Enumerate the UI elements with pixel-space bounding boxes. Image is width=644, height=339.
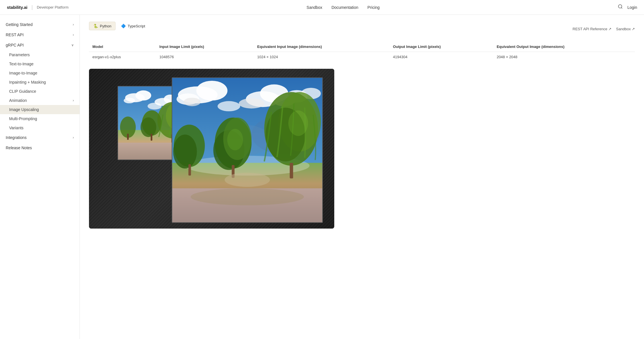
logo-divider: |	[31, 4, 33, 10]
header-nav: Sandbox Documentation Pricing	[307, 5, 380, 10]
sidebar-item-getting-started[interactable]: Getting Started ›	[0, 19, 80, 30]
platform-label: Developer Platform	[37, 5, 68, 9]
main-content: 🐍 Python 🔷 TypeScript REST API Reference…	[80, 15, 644, 339]
search-button[interactable]	[618, 4, 623, 11]
layout: Getting Started › REST API › gRPC API ∨ …	[0, 15, 644, 339]
tabs-row: 🐍 Python 🔷 TypeScript REST API Reference…	[89, 22, 635, 36]
svg-point-37	[191, 188, 304, 205]
sidebar-item-rest-api[interactable]: REST API ›	[0, 30, 80, 40]
sidebar-item-image-to-image[interactable]: Image-to-Image	[0, 68, 80, 78]
svg-point-50	[288, 110, 308, 136]
cell-output-limit: 4194304	[390, 52, 493, 62]
svg-rect-47	[290, 163, 293, 179]
sidebar-item-text-to-image[interactable]: Text-to-Image	[0, 59, 80, 68]
svg-point-51	[227, 129, 243, 150]
chevron-right-icon: ›	[73, 23, 74, 27]
sidebar-item-variants[interactable]: Variants	[0, 123, 80, 132]
sandbox-link[interactable]: Sandbox ↗	[616, 27, 635, 31]
nav-documentation[interactable]: Documentation	[331, 5, 358, 10]
sidebar: Getting Started › REST API › gRPC API ∨ …	[0, 15, 80, 339]
svg-line-1	[621, 7, 622, 8]
svg-point-9	[147, 103, 161, 110]
svg-point-0	[618, 5, 622, 8]
col-input-equiv: Equivalent Input Image (dimensions)	[254, 42, 390, 52]
rest-api-reference-link[interactable]: REST API Reference ↗	[573, 27, 612, 31]
chevron-right-icon: ›	[73, 136, 74, 140]
cell-model: esrgan-v1-x2plus	[89, 52, 156, 62]
nav-sandbox[interactable]: Sandbox	[307, 5, 322, 10]
sidebar-item-multi-prompting[interactable]: Multi-Prompting	[0, 114, 80, 123]
svg-point-23	[196, 81, 227, 100]
svg-point-46	[173, 134, 197, 168]
upscaled-image	[172, 77, 323, 223]
svg-point-25	[184, 98, 201, 106]
python-icon: 🐍	[93, 24, 98, 28]
sidebar-item-animation[interactable]: Animation ›	[0, 96, 80, 105]
image-comparison	[89, 69, 334, 229]
sidebar-item-grpc-api[interactable]: gRPC API ∨	[0, 40, 80, 50]
comparison-bg	[89, 69, 334, 229]
header-left: stability.ai | Developer Platform	[7, 4, 68, 10]
chevron-down-icon: ∨	[71, 43, 74, 47]
chevron-right-icon: ›	[73, 33, 74, 37]
table-row: esrgan-v1-x2plus 1048576 1024 × 1024 419…	[89, 52, 635, 62]
top-right-links: REST API Reference ↗ Sandbox ↗	[573, 27, 635, 31]
chevron-right-icon: ›	[73, 98, 74, 102]
col-output-equiv: Equivalent Output Image (dimensions)	[493, 42, 635, 52]
svg-point-52	[225, 173, 270, 187]
sidebar-item-release-notes[interactable]: Release Notes	[0, 143, 80, 153]
col-output-limit: Output Image Limit (pixels)	[390, 42, 493, 52]
sidebar-item-image-upscaling[interactable]: Image Upscaling	[0, 105, 80, 114]
svg-rect-49	[189, 164, 191, 176]
login-button[interactable]: Login	[627, 5, 637, 10]
cell-input-limit: 1048576	[156, 52, 254, 62]
sidebar-item-inpainting-masking[interactable]: Inpainting + Masking	[0, 78, 80, 87]
logo: stability.ai	[7, 5, 27, 10]
svg-point-4	[135, 90, 151, 100]
svg-point-16	[141, 117, 156, 137]
sidebar-item-integrations[interactable]: Integrations ›	[0, 132, 80, 143]
sidebar-item-parameters[interactable]: Parameters	[0, 50, 80, 59]
header-right: Login	[618, 4, 637, 11]
tab-typescript[interactable]: 🔷 TypeScript	[117, 22, 149, 30]
svg-rect-19	[151, 134, 152, 141]
svg-point-5	[124, 98, 135, 103]
svg-rect-20	[127, 134, 129, 140]
cell-input-equiv: 1024 × 1024	[254, 52, 390, 62]
cell-output-equiv: 2048 × 2048	[493, 52, 635, 62]
language-tabs: 🐍 Python 🔷 TypeScript	[89, 22, 149, 30]
col-input-limit: Input Image Limit (pixels)	[156, 42, 254, 52]
limits-table: Model Input Image Limit (pixels) Equival…	[89, 42, 635, 62]
nav-pricing[interactable]: Pricing	[367, 5, 380, 10]
typescript-icon: 🔷	[121, 24, 126, 28]
svg-point-29	[239, 98, 264, 108]
tab-python[interactable]: 🐍 Python	[89, 22, 116, 30]
header: stability.ai | Developer Platform Sandbo…	[0, 0, 644, 15]
sidebar-item-clip-guidance[interactable]: CLIP Guidance	[0, 87, 80, 96]
svg-point-31	[218, 101, 240, 111]
col-model: Model	[89, 42, 156, 52]
